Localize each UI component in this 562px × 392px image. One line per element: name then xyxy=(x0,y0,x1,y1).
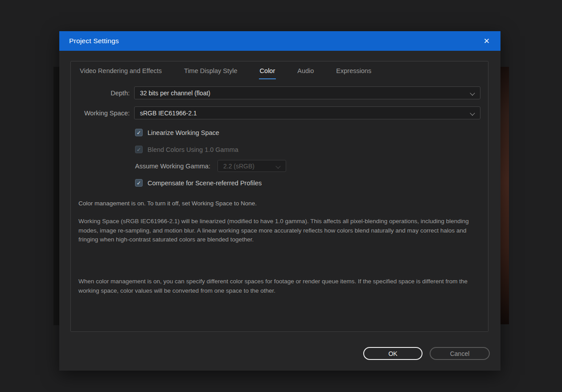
tab-bar: Video Rendering and Effects Time Display… xyxy=(79,67,372,79)
tab-time-display-style[interactable]: Time Display Style xyxy=(183,67,238,79)
tab-expressions[interactable]: Expressions xyxy=(335,67,372,79)
background-app-left-edge xyxy=(53,67,59,325)
check-icon: ✓ xyxy=(136,180,141,186)
depth-field-row: Depth: 32 bits per channel (float) xyxy=(71,86,489,99)
tab-color[interactable]: Color xyxy=(259,67,276,79)
depth-select[interactable]: 32 bits per channel (float) xyxy=(134,86,480,99)
depth-label: Depth: xyxy=(71,90,130,97)
check-icon: ✓ xyxy=(136,147,141,152)
color-management-status-text: Color management is on. To turn it off, … xyxy=(78,200,257,207)
assume-working-gamma-select-disabled: 2.2 (sRGB) xyxy=(217,160,286,172)
chevron-down-icon xyxy=(470,110,475,115)
working-space-select-value: sRGB IEC61966-2.1 xyxy=(140,110,197,117)
checkbox-checked-disabled: ✓ xyxy=(135,146,143,153)
cancel-button[interactable]: Cancel xyxy=(430,347,490,360)
linearize-working-space-checkbox-row[interactable]: ✓ Linearize Working Space xyxy=(135,129,219,136)
dialog-titlebar: Project Settings ✕ xyxy=(59,31,500,51)
checkbox-checked[interactable]: ✓ xyxy=(135,179,143,187)
dialog-title: Project Settings xyxy=(69,37,119,45)
assume-working-gamma-value: 2.2 (sRGB) xyxy=(223,163,254,170)
ok-button[interactable]: OK xyxy=(363,347,423,360)
settings-panel: Video Rendering and Effects Time Display… xyxy=(70,61,488,332)
working-space-select[interactable]: sRGB IEC61966-2.1 xyxy=(134,106,480,119)
assume-working-gamma-row: Assume Working Gamma: 2.2 (sRGB) xyxy=(135,160,286,172)
close-icon[interactable]: ✕ xyxy=(484,37,490,45)
working-space-label: Working Space: xyxy=(71,110,130,117)
checkbox-checked[interactable]: ✓ xyxy=(135,129,143,136)
blend-colors-label: Blend Colors Using 1.0 Gamma xyxy=(148,146,238,153)
background-app-image-strip xyxy=(500,67,509,324)
assume-working-gamma-label: Assume Working Gamma: xyxy=(135,163,210,170)
compensate-scene-referred-checkbox-row[interactable]: ✓ Compensate for Scene-referred Profiles xyxy=(135,179,262,187)
working-space-field-row: Working Space: sRGB IEC61966-2.1 xyxy=(71,106,489,119)
tab-audio[interactable]: Audio xyxy=(296,67,315,79)
blend-colors-checkbox-row: ✓ Blend Colors Using 1.0 Gamma xyxy=(135,146,238,153)
tab-video-rendering-and-effects[interactable]: Video Rendering and Effects xyxy=(79,67,163,79)
compensate-scene-referred-label: Compensate for Scene-referred Profiles xyxy=(148,180,262,187)
linearize-working-space-label: Linearize Working Space xyxy=(148,129,219,136)
color-management-description-paragraph: When color management is on, you can spe… xyxy=(78,277,478,295)
chevron-down-icon xyxy=(470,90,475,95)
check-icon: ✓ xyxy=(136,130,141,135)
linearize-description-paragraph: Working Space (sRGB IEC61966-2.1) will b… xyxy=(78,217,478,245)
chevron-down-icon xyxy=(275,163,280,168)
project-settings-dialog: Project Settings ✕ Video Rendering and E… xyxy=(59,31,500,371)
depth-select-value: 32 bits per channel (float) xyxy=(140,90,210,97)
